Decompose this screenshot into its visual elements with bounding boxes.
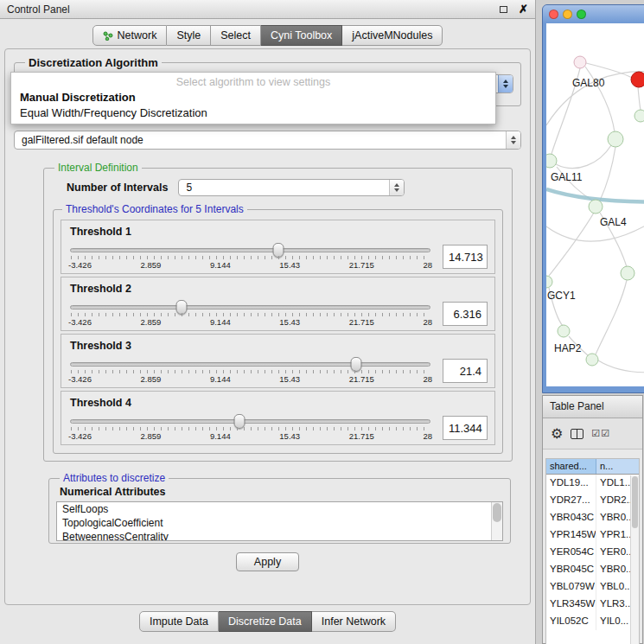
table-row[interactable]: YDR27... YDR2... bbox=[546, 492, 639, 509]
tab-network[interactable]: Network bbox=[92, 25, 168, 46]
attribute-list-item[interactable]: TopologicalCoefficient bbox=[57, 516, 502, 530]
network-window-titlebar[interactable] bbox=[543, 5, 644, 23]
network-canvas[interactable]: GAL80GAL11GAL4GCY1HAP2 bbox=[546, 23, 644, 386]
list-scrollbar[interactable] bbox=[491, 502, 502, 540]
scale-tick-label: 9.144 bbox=[210, 431, 231, 441]
threshold-slider[interactable]: -3.4262.8599.14415.4321.71528 bbox=[68, 413, 432, 443]
threshold-slider[interactable]: -3.4262.8599.14415.4321.71528 bbox=[68, 242, 432, 271]
combo-stepper-icon[interactable] bbox=[389, 180, 404, 195]
table-scrollbar[interactable] bbox=[630, 475, 639, 644]
network-node-label: GCY1 bbox=[547, 290, 576, 302]
attribute-list-item[interactable]: BetweennessCentrality bbox=[57, 530, 502, 541]
table-cell-shared-name: YBL079W bbox=[546, 578, 596, 596]
scale-tick-label: 28 bbox=[423, 317, 432, 327]
scale-tick-label: 21.715 bbox=[349, 260, 374, 270]
table-cell-shared-name: YLR345W bbox=[546, 596, 596, 613]
network-node[interactable] bbox=[634, 110, 644, 122]
bottom-tab-strip: Impute Data Discretize Data Infer Networ… bbox=[0, 611, 535, 632]
slider-scale: -3.4262.8599.14415.4321.71528 bbox=[68, 317, 432, 327]
number-of-intervals-value: 5 bbox=[179, 182, 389, 194]
gear-icon[interactable]: ⚙ bbox=[551, 427, 563, 441]
scale-tick-label: 15.43 bbox=[279, 374, 300, 384]
table-header-shared-name[interactable]: shared... bbox=[546, 459, 596, 474]
scale-tick-label: 2.859 bbox=[141, 374, 162, 384]
slider-track[interactable] bbox=[70, 362, 430, 367]
threshold-value-field[interactable]: 21.4 bbox=[443, 359, 488, 383]
network-edge bbox=[596, 280, 627, 354]
zoom-traffic-light-icon[interactable] bbox=[577, 10, 586, 19]
combo-stepper-icon[interactable] bbox=[506, 131, 520, 149]
tab-cyni-toolbox[interactable]: Cyni Toolbox bbox=[261, 25, 342, 46]
network-node[interactable] bbox=[574, 56, 586, 68]
network-node[interactable] bbox=[586, 354, 598, 366]
scale-tick-label: -3.426 bbox=[68, 374, 92, 384]
table-scrollbar-thumb[interactable] bbox=[632, 476, 638, 528]
table-panel-toolbar: ⚙ ☑☑ bbox=[543, 418, 642, 450]
table-row[interactable]: YBR045C YBR0... bbox=[546, 561, 639, 578]
table-row[interactable]: YDL19... YDL1... bbox=[546, 475, 639, 492]
tab-impute-data[interactable]: Impute Data bbox=[139, 611, 219, 632]
table-row[interactable]: YER054C YER0... bbox=[546, 544, 639, 561]
table-row[interactable]: YIL052C YIL0... bbox=[546, 613, 639, 630]
table-row[interactable]: YBL079W YBL0... bbox=[546, 578, 639, 596]
number-of-intervals-select[interactable]: 5 bbox=[178, 179, 405, 196]
threshold-slider[interactable]: -3.4262.8599.14415.4321.71528 bbox=[68, 356, 432, 386]
tab-infer-network[interactable]: Infer Network bbox=[312, 611, 396, 632]
scale-tick-label: 28 bbox=[423, 260, 432, 270]
dropdown-option-equal-width-frequency[interactable]: Equal Width/Frequency Discretization bbox=[11, 105, 495, 121]
table-data-select[interactable]: galFiltered.sif default node bbox=[14, 131, 521, 150]
tab-style-label: Style bbox=[176, 29, 201, 41]
network-node[interactable] bbox=[558, 325, 570, 337]
slider-track[interactable] bbox=[70, 419, 430, 424]
slider-ticks bbox=[71, 427, 430, 430]
threshold-slider[interactable]: -3.4262.8599.14415.4321.71528 bbox=[68, 299, 432, 328]
scale-tick-label: 28 bbox=[423, 431, 432, 441]
network-node[interactable] bbox=[546, 276, 552, 288]
table-row[interactable]: YLR345W YLR3... bbox=[546, 596, 639, 613]
columns-icon[interactable] bbox=[571, 429, 583, 439]
network-node[interactable] bbox=[631, 72, 644, 87]
top-tab-strip: Network Style Select Cyni Toolbox jActiv… bbox=[0, 19, 535, 48]
table-cell-shared-name: YER054C bbox=[546, 544, 596, 561]
slider-track[interactable] bbox=[70, 305, 430, 309]
table-row[interactable]: YPR145W YPR1... bbox=[546, 526, 639, 544]
window-title: Control Panel bbox=[7, 3, 70, 16]
network-node[interactable] bbox=[621, 266, 634, 280]
network-node[interactable] bbox=[589, 200, 603, 214]
minimize-traffic-light-icon[interactable] bbox=[563, 10, 572, 19]
tab-jactivemnodules[interactable]: jActiveMNodules bbox=[342, 25, 443, 46]
network-node[interactable] bbox=[608, 131, 623, 147]
network-tab-icon bbox=[103, 31, 113, 41]
close-icon[interactable]: ✗ bbox=[519, 3, 528, 15]
slider-track[interactable] bbox=[70, 248, 430, 252]
table-cell-shared-name: YPR145W bbox=[546, 526, 596, 544]
attribute-list-item[interactable]: SelfLoops bbox=[57, 502, 502, 516]
network-node[interactable] bbox=[546, 154, 557, 168]
minimize-icon[interactable] bbox=[500, 6, 507, 13]
tab-style[interactable]: Style bbox=[167, 25, 211, 46]
close-traffic-light-icon[interactable] bbox=[549, 10, 558, 19]
table-row[interactable]: YBR043C YBR0... bbox=[546, 509, 639, 526]
network-node-label: GAL4 bbox=[600, 216, 627, 228]
scale-tick-label: 21.715 bbox=[349, 431, 374, 441]
threshold-value-field[interactable]: 14.713 bbox=[443, 245, 488, 269]
table-rows: YDL19... YDL1... YDR27... YDR2... YBR043… bbox=[546, 475, 639, 630]
threshold-value-field[interactable]: 6.316 bbox=[443, 302, 488, 326]
apply-button[interactable]: Apply bbox=[236, 552, 299, 571]
combo-stepper-icon[interactable] bbox=[498, 75, 513, 92]
tab-discretize-data[interactable]: Discretize Data bbox=[219, 611, 312, 632]
numerical-attributes-label: Numerical Attributes bbox=[60, 486, 503, 498]
table-cell-shared-name: YBR043C bbox=[546, 509, 596, 526]
network-edge bbox=[638, 87, 641, 110]
list-scrollbar-thumb[interactable] bbox=[493, 503, 501, 522]
tab-cyni-toolbox-label: Cyni Toolbox bbox=[271, 29, 332, 41]
table-header-name[interactable]: n... bbox=[596, 459, 639, 474]
select-columns-checkboxes-icon[interactable]: ☑☑ bbox=[591, 428, 610, 439]
tab-infer-network-label: Infer Network bbox=[322, 615, 386, 628]
slider-ticks bbox=[71, 256, 430, 259]
threshold-value-field[interactable]: 11.344 bbox=[443, 416, 488, 440]
numerical-attributes-list: SelfLoopsTopologicalCoefficientBetweenne… bbox=[56, 501, 503, 541]
tab-select[interactable]: Select bbox=[211, 25, 261, 46]
dropdown-option-manual-discretization[interactable]: Manual Discretization bbox=[11, 90, 495, 105]
control-panel-window: Control Panel ✗ Network Style bbox=[0, 0, 536, 644]
